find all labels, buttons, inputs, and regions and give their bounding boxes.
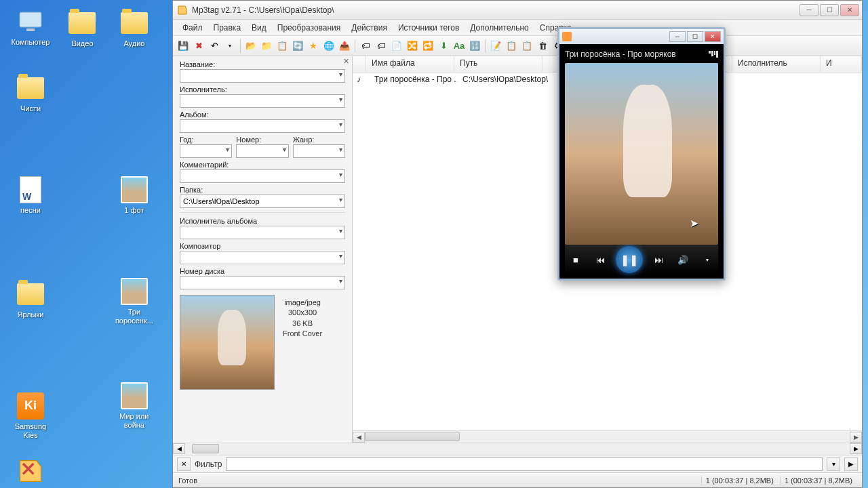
desktop-icon-label: Ярлыки [18, 310, 44, 319]
filter-go-icon[interactable]: ▶ [844, 458, 858, 471]
scroll-right-icon[interactable]: ▶ [850, 443, 862, 454]
dropdown-icon[interactable]: ▾ [222, 39, 237, 54]
desktop-icon-songs[interactable]: песни [7, 175, 54, 235]
filter-clear-icon[interactable]: ✕ [177, 458, 191, 471]
toolbar: 💾 ✖ ↶ ▾ 📂 📁 📋 🔄 ★ 🌐 📤 🏷 🏷 📄 🔀 🔁 ⬇ Aa 🔢 📝… [173, 36, 862, 56]
tag-panel: ✕ Название: Исполнитель: Альбом: Год: Но… [173, 56, 353, 443]
filter-dropdown-icon[interactable]: ▾ [827, 458, 840, 471]
save-icon[interactable]: 💾 [176, 39, 191, 54]
remove-tag-icon[interactable]: 🗑 [535, 39, 550, 54]
scroll-thumb[interactable] [365, 432, 460, 441]
refresh-icon[interactable]: 🔄 [290, 39, 305, 54]
menu-file[interactable]: Файл [177, 22, 208, 34]
tag-tag-icon[interactable]: 🔁 [420, 39, 435, 54]
desktop-icon-audio[interactable]: Аудио [111, 8, 158, 68]
actions-icon[interactable]: ⬇ [436, 39, 451, 54]
menu-convert[interactable]: Преобразования [272, 22, 347, 34]
quick-actions-icon[interactable]: Aa [452, 39, 467, 54]
albumartist-input[interactable] [180, 226, 345, 239]
desktop-icon-1fot[interactable]: 1 фот [111, 175, 158, 235]
titlebar[interactable]: Mp3tag v2.71 - C:\Users\Юра\Desktop\ ─ ☐… [173, 1, 862, 20]
player-minimize-button[interactable]: ─ [669, 31, 686, 42]
file-list-hscroll[interactable]: ◀ ▶ [353, 430, 862, 443]
desktop-icon-computer[interactable]: Компьютер [7, 7, 54, 66]
panel-close-icon[interactable]: ✕ [341, 57, 351, 66]
composer-input[interactable] [180, 251, 345, 264]
album-input[interactable] [180, 119, 345, 133]
status-bar: Готов 1 (00:03:37 | 8,2MB) 1 (00:03:37 |… [173, 472, 862, 487]
desktop-icon-label: Видео [71, 39, 93, 48]
filename-filename-icon[interactable]: 🔀 [405, 39, 420, 54]
extended-tags-icon[interactable]: 📝 [488, 39, 503, 54]
volume-menu-icon[interactable]: ▾ [698, 251, 716, 268]
stop-button[interactable]: ■ [567, 251, 585, 268]
scroll-right-icon[interactable]: ▶ [850, 432, 862, 443]
desktop-icon-samsung-kies[interactable]: KiSamsung Kies [7, 391, 54, 451]
comment-input[interactable] [180, 169, 345, 183]
text-file-icon[interactable]: 📄 [389, 39, 404, 54]
scroll-left-icon[interactable]: ◀ [173, 443, 185, 454]
title-input[interactable] [180, 69, 345, 83]
menu-view[interactable]: Вид [246, 22, 272, 34]
col-artist[interactable]: Исполнитель [732, 56, 821, 72]
cover-mime: image/jpeg [283, 298, 322, 308]
star-icon[interactable]: ★ [306, 39, 321, 54]
scroll-thumb[interactable] [192, 444, 219, 453]
year-input[interactable] [180, 144, 232, 158]
track-input[interactable] [236, 144, 288, 158]
play-pause-button[interactable]: ❚❚ [616, 246, 643, 273]
desktop-icon-video[interactable]: Видео [58, 8, 106, 68]
title-label: Название: [180, 60, 345, 68]
col-filename[interactable]: Имя файла [366, 56, 454, 72]
delete-icon[interactable]: ✖ [191, 39, 206, 54]
col-path[interactable]: Путь [454, 56, 542, 72]
menu-actions[interactable]: Действия [346, 22, 393, 34]
playlist-icon[interactable]: 📋 [275, 39, 290, 54]
maximize-button[interactable]: ☐ [820, 4, 839, 16]
player-titlebar[interactable]: ─ ☐ ✕ [559, 29, 724, 44]
scroll-left-icon[interactable]: ◀ [353, 432, 365, 443]
tag-to-filename-icon[interactable]: 🏷 [358, 39, 373, 54]
minimize-button[interactable]: ─ [800, 4, 818, 16]
desktop-icon-label: Samsung Kies [7, 422, 54, 440]
artist-input[interactable] [180, 94, 345, 108]
menu-edit[interactable]: Правка [208, 22, 247, 34]
disc-input[interactable] [180, 276, 345, 289]
media-player-window[interactable]: ─ ☐ ✕ Три поросёнка - Про моряков ■ ⏮ ❚❚… [557, 27, 726, 281]
desktop-icon-label: Чисти [20, 104, 41, 113]
volume-button[interactable]: 🔊 [674, 251, 692, 268]
desktop-icon-tri-porosenka[interactable]: Три поросенк... [111, 277, 158, 336]
col-i[interactable]: И [821, 56, 862, 72]
filename-to-tag-icon[interactable]: 🏷 [374, 39, 389, 54]
copy-tag-icon[interactable]: 📋 [504, 39, 519, 54]
folder-input[interactable] [180, 195, 345, 208]
switch-view-icon[interactable] [709, 51, 718, 58]
player-album-art [565, 63, 718, 245]
undo-icon[interactable]: ↶ [207, 39, 222, 54]
folder-open-icon[interactable]: 📂 [243, 39, 258, 54]
desktop-icon-mp3tag[interactable]: Mp3tag [7, 456, 54, 489]
status-count-1: 1 (00:03:37 | 8,2MB) [701, 476, 778, 485]
menu-tools[interactable]: Дополнительно [465, 22, 534, 34]
player-close-button[interactable]: ✕ [705, 31, 721, 42]
status-count-2: 1 (00:03:37 | 8,2MB) [780, 476, 856, 485]
composer-label: Композитор [180, 242, 345, 250]
panel-hscroll[interactable]: ◀ ▶ [173, 443, 862, 455]
cover-art[interactable] [180, 295, 275, 390]
desktop-icon-shortcuts[interactable]: Ярлыки [7, 279, 54, 339]
player-maximize-button[interactable]: ☐ [687, 31, 703, 42]
app-icon [177, 5, 188, 16]
paste-tag-icon[interactable]: 📋 [519, 39, 534, 54]
autonumbering-icon[interactable]: 🔢 [467, 39, 482, 54]
menu-tag-sources[interactable]: Источники тегов [393, 22, 465, 34]
close-button[interactable]: ✕ [840, 4, 859, 16]
filter-input[interactable] [226, 458, 823, 471]
desktop-icon-mir-ili-voina[interactable]: Мир или война [111, 381, 158, 441]
next-button[interactable]: ⏭ [650, 251, 667, 268]
prev-button[interactable]: ⏮ [591, 251, 609, 268]
desktop-icon-clean[interactable]: Чисти [7, 73, 54, 133]
folder-add-icon[interactable]: 📁 [259, 39, 274, 54]
export-icon[interactable]: 📤 [337, 39, 352, 54]
globe-icon[interactable]: 🌐 [321, 39, 336, 54]
genre-input[interactable] [293, 144, 345, 158]
